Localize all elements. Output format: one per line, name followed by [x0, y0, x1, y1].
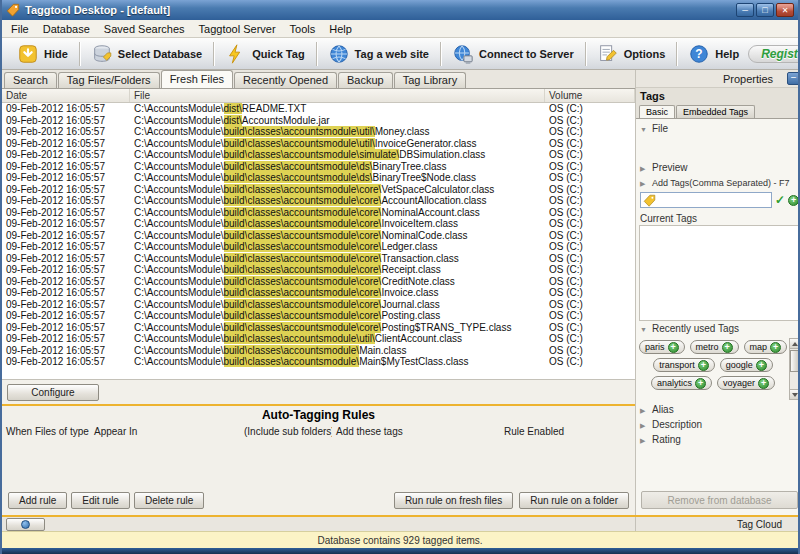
recent-tags-scrollbar[interactable]: [789, 338, 800, 400]
tag-cloud-bar[interactable]: Tag Cloud: [635, 517, 798, 531]
toolbar-button-hide[interactable]: Hide: [8, 40, 77, 68]
table-row[interactable]: 09-Feb-2012 16:05:57C:\AccountsModule\bu…: [2, 333, 635, 345]
table-row[interactable]: 09-Feb-2012 16:05:57C:\AccountsModule\bu…: [2, 172, 635, 184]
tab-tag-library[interactable]: Tag Library: [394, 72, 466, 88]
tab-recently-opened[interactable]: Recently Opened: [234, 72, 337, 88]
partial-bottom-button[interactable]: [6, 518, 45, 531]
table-row[interactable]: 09-Feb-2012 16:05:57C:\AccountsModule\bu…: [2, 207, 635, 219]
title-bar: Taggtool Desktop - [default]: [2, 0, 798, 20]
run-rule-on-fresh-files-button[interactable]: Run rule on fresh files: [394, 492, 513, 509]
menu-item-taggtool-server[interactable]: Taggtool Server: [192, 23, 283, 35]
run-rule-on-a-folder-button[interactable]: Run rule on a folder: [519, 492, 629, 509]
close-button[interactable]: [776, 3, 794, 17]
section-alias[interactable]: Alias: [639, 402, 800, 417]
row-volume: OS (C:): [545, 333, 635, 345]
table-row[interactable]: 09-Feb-2012 16:05:57C:\AccountsModule\di…: [2, 103, 635, 115]
add-tag-plus-icon[interactable]: +: [788, 195, 799, 206]
toolbar-button-connect-to-server[interactable]: Connect to Server: [443, 40, 583, 68]
table-row[interactable]: 09-Feb-2012 16:05:57C:\AccountsModule\bu…: [2, 195, 635, 207]
confirm-tags-check-icon[interactable]: ✓: [775, 194, 785, 206]
recent-tag-voyager[interactable]: voyager+: [717, 376, 775, 390]
section-recent-tags[interactable]: Recently used Tags: [639, 321, 800, 336]
toolbar-button-quick-tag[interactable]: Quick Tag: [216, 40, 313, 68]
row-volume: OS (C:): [545, 138, 635, 150]
section-add-tags[interactable]: Add Tags(Comma Separated) - F7: [639, 175, 800, 190]
menu-item-tools[interactable]: Tools: [283, 23, 323, 35]
add-tags-input[interactable]: [640, 192, 772, 208]
rule-buttons-row: Add ruleEdit ruleDelete rule Run rule on…: [2, 489, 635, 515]
recent-tag-paris[interactable]: paris+: [639, 340, 685, 354]
table-row[interactable]: 09-Feb-2012 16:05:57C:\AccountsModule\bu…: [2, 218, 635, 230]
toolbar-button-options[interactable]: Options: [588, 40, 675, 68]
row-volume: OS (C:): [545, 149, 635, 161]
properties-tab-basic[interactable]: Basic: [639, 105, 675, 118]
recent-tag-google[interactable]: google+: [720, 358, 773, 372]
menu-item-file[interactable]: File: [4, 23, 36, 35]
table-row[interactable]: 09-Feb-2012 16:05:57C:\AccountsModule\bu…: [2, 184, 635, 196]
edit-rule-button[interactable]: Edit rule: [71, 492, 130, 509]
tag-plus-icon[interactable]: +: [668, 342, 679, 353]
tab-strip: SearchTag Files/FoldersFresh FilesRecent…: [2, 70, 635, 88]
row-path: C:\AccountsModule\build\classes\accounts…: [130, 299, 545, 311]
tab-tag-files-folders[interactable]: Tag Files/Folders: [58, 72, 160, 88]
table-row[interactable]: 09-Feb-2012 16:05:57C:\AccountsModule\bu…: [2, 287, 635, 299]
recent-tag-analytics[interactable]: analytics+: [651, 376, 712, 390]
table-row[interactable]: 09-Feb-2012 16:05:57C:\AccountsModule\bu…: [2, 345, 635, 357]
minimize-button[interactable]: [736, 3, 754, 17]
table-row[interactable]: 09-Feb-2012 16:05:57C:\AccountsModule\bu…: [2, 138, 635, 150]
row-volume: OS (C:): [545, 195, 635, 207]
table-row[interactable]: 09-Feb-2012 16:05:57C:\AccountsModule\bu…: [2, 241, 635, 253]
row-volume: OS (C:): [545, 241, 635, 253]
configure-button[interactable]: Configure: [7, 384, 99, 401]
table-row[interactable]: 09-Feb-2012 16:05:57C:\AccountsModule\bu…: [2, 126, 635, 138]
tab-fresh-files[interactable]: Fresh Files: [161, 70, 233, 88]
tag-plus-icon[interactable]: +: [722, 342, 733, 353]
tag-plus-icon[interactable]: +: [770, 342, 781, 353]
toolbar-button-tag-a-web-site[interactable]: Tag a web site: [319, 40, 438, 68]
table-row[interactable]: 09-Feb-2012 16:05:57C:\AccountsModule\bu…: [2, 310, 635, 322]
add-rule-button[interactable]: Add rule: [8, 492, 67, 509]
menu-item-help[interactable]: Help: [322, 23, 359, 35]
section-description[interactable]: Description: [639, 417, 800, 432]
menu-item-database[interactable]: Database: [36, 23, 97, 35]
tab-backup[interactable]: Backup: [338, 72, 393, 88]
table-row[interactable]: 09-Feb-2012 16:05:57C:\AccountsModule\bu…: [2, 299, 635, 311]
tag-plus-icon[interactable]: +: [756, 360, 767, 371]
collapse-properties-button[interactable]: −: [787, 72, 800, 85]
table-row[interactable]: 09-Feb-2012 16:05:57C:\AccountsModule\bu…: [2, 230, 635, 242]
table-row[interactable]: 09-Feb-2012 16:05:57C:\AccountsModule\bu…: [2, 149, 635, 161]
tab-search[interactable]: Search: [4, 72, 57, 88]
scroll-down-arrow-icon[interactable]: [790, 389, 799, 399]
tag-plus-icon[interactable]: +: [698, 360, 709, 371]
toolbar-button-select-database[interactable]: Select Database: [82, 40, 211, 68]
toolbar-button-help[interactable]: ?Help: [679, 40, 748, 68]
column-header-volume[interactable]: Volume: [545, 89, 635, 102]
recent-tag-metro[interactable]: metro+: [690, 340, 739, 354]
maximize-button[interactable]: [756, 3, 774, 17]
delete-rule-button[interactable]: Delete rule: [134, 492, 204, 509]
remove-from-database-button[interactable]: Remove from database: [641, 491, 798, 509]
table-row[interactable]: 09-Feb-2012 16:05:57C:\AccountsModule\bu…: [2, 322, 635, 334]
section-recent-tags-label: Recently used Tags: [652, 323, 739, 334]
table-row[interactable]: 09-Feb-2012 16:05:57C:\AccountsModule\bu…: [2, 161, 635, 173]
column-header-date[interactable]: Date: [2, 89, 130, 102]
tag-plus-icon[interactable]: +: [695, 378, 706, 389]
recent-tag-map[interactable]: map+: [744, 340, 788, 354]
menu-item-saved-searches[interactable]: Saved Searches: [97, 23, 192, 35]
section-file[interactable]: File: [639, 121, 800, 136]
scrollbar-track[interactable]: [790, 349, 799, 389]
table-row[interactable]: 09-Feb-2012 16:05:57C:\AccountsModule\bu…: [2, 264, 635, 276]
table-row[interactable]: 09-Feb-2012 16:05:57C:\AccountsModule\bu…: [2, 253, 635, 265]
tag-plus-icon[interactable]: +: [758, 378, 769, 389]
section-rating[interactable]: Rating: [639, 432, 800, 447]
table-row[interactable]: 09-Feb-2012 16:05:57C:\AccountsModule\bu…: [2, 356, 635, 368]
scrollbar-thumb[interactable]: [790, 350, 799, 372]
table-row[interactable]: 09-Feb-2012 16:05:57C:\AccountsModule\bu…: [2, 276, 635, 288]
section-preview[interactable]: Preview: [639, 160, 800, 175]
quick-tag-icon: [225, 43, 247, 65]
scroll-up-arrow-icon[interactable]: [790, 339, 799, 349]
properties-tab-embedded-tags[interactable]: Embedded Tags: [676, 105, 755, 118]
column-header-file[interactable]: File: [130, 89, 545, 102]
recent-tag-transport[interactable]: transport+: [653, 358, 715, 372]
table-row[interactable]: 09-Feb-2012 16:05:57C:\AccountsModule\di…: [2, 115, 635, 127]
